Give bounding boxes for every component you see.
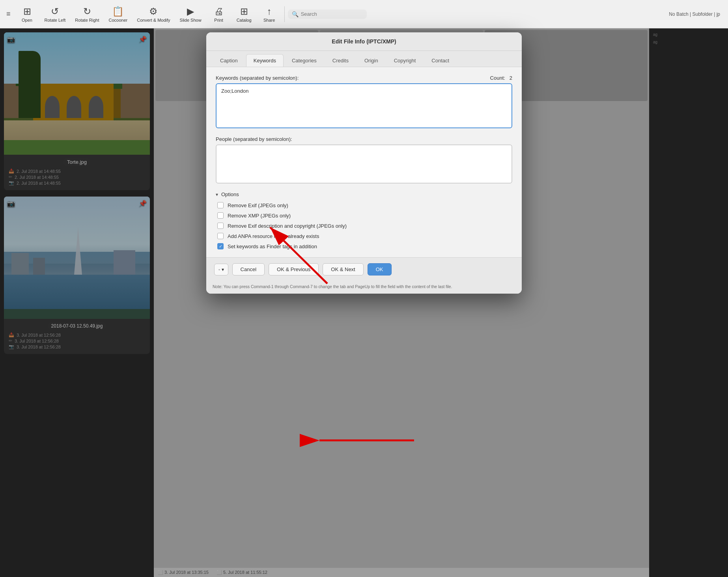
checkbox-remove-exif-desc[interactable] <box>217 223 224 229</box>
checkbox-remove-xmp[interactable] <box>217 212 224 219</box>
tab-contact[interactable]: Contact <box>424 54 457 67</box>
ok-next-button[interactable]: OK & Next <box>323 263 363 275</box>
people-field-group: People (separated by semicolon): <box>216 136 512 185</box>
toolbar-rotate-right[interactable]: ↻ Rotate Right <box>71 4 103 24</box>
count-value: 2 <box>510 75 512 81</box>
print-label: Print <box>214 18 223 22</box>
toolbar-print[interactable]: 🖨 Print <box>207 4 231 24</box>
option-finder-tags-label: Set keywords as Finder tags in addition <box>228 244 317 249</box>
options-chevron-icon: ▾ <box>216 192 218 197</box>
rotate-right-label: Rotate Right <box>75 18 99 22</box>
option-remove-exif-desc-label: Remove Exif description and copyright (J… <box>228 223 347 229</box>
checkbox-add-anpa[interactable] <box>217 233 224 239</box>
tab-keywords[interactable]: Keywords <box>246 54 284 67</box>
cocooner-label: Cocooner <box>109 18 128 22</box>
cancel-button[interactable]: Cancel <box>232 263 265 275</box>
rotate-left-label: Rotate Left <box>45 18 66 22</box>
main-content: 📷 📌 Torte.jpg 📥 2. Jul 2018 at 14:48:55 … <box>0 28 728 577</box>
modal-title: Edit File Info (IPTC/XMP) <box>332 38 396 45</box>
toolbar-rotate-left[interactable]: ↺ Rotate Left <box>41 4 70 24</box>
tab-credits[interactable]: Credits <box>325 54 356 67</box>
options-label: Options <box>221 191 239 197</box>
edit-file-info-modal: Edit File Info (IPTC/XMP) Caption Keywor… <box>206 32 522 294</box>
checkbox-finder-tags[interactable] <box>217 243 224 249</box>
rotate-left-icon: ↺ <box>51 6 59 17</box>
cocooner-icon: 📋 <box>112 6 124 17</box>
options-section: ▾ Options Remove Exif (JPEGs only) Remov… <box>216 191 512 249</box>
keywords-count: Count: 2 <box>490 75 512 81</box>
people-label: People (separated by semicolon): <box>216 136 292 142</box>
search-icon: 🔍 <box>292 11 299 17</box>
convert-label: Convert & Modify <box>137 18 170 22</box>
footer-note: Note: You can press Command-1 through Co… <box>213 284 452 289</box>
tab-categories[interactable]: Categories <box>284 54 324 67</box>
toolbar-divider <box>284 6 285 22</box>
toolbar-catalog[interactable]: ⊞ Catalog <box>232 4 256 24</box>
option-remove-xmp: Remove XMP (JPEGs only) <box>217 212 512 219</box>
toolbar-open[interactable]: ⊞ Open <box>15 4 39 24</box>
catalog-label: Catalog <box>237 18 252 22</box>
option-add-anpa-label: Add ANPA resource if one already exists <box>228 233 319 239</box>
catalog-icon: ⊞ <box>240 6 248 17</box>
toolbar-convert-modify[interactable]: ⚙ Convert & Modify <box>133 4 174 24</box>
keywords-header: Keywords (separated by semicolon): Count… <box>216 75 512 81</box>
tab-copyright[interactable]: Copyright <box>386 54 424 67</box>
tab-origin[interactable]: Origin <box>357 54 386 67</box>
keywords-label: Keywords (separated by semicolon): <box>216 75 299 81</box>
people-header: People (separated by semicolon): <box>216 136 512 142</box>
options-header[interactable]: ▾ Options <box>216 191 512 197</box>
option-remove-exif-label: Remove Exif (JPEGs only) <box>228 202 288 208</box>
print-icon: 🖨 <box>214 6 224 17</box>
slideshow-label: Slide Show <box>180 18 202 22</box>
keywords-field-group: Keywords (separated by semicolon): Count… <box>216 75 512 130</box>
modal-titlebar: Edit File Info (IPTC/XMP) <box>206 32 522 51</box>
option-remove-xmp-label: Remove XMP (JPEGs only) <box>228 213 291 219</box>
toolbar: ≡ ⊞ Open ↺ Rotate Left ↻ Rotate Right 📋 … <box>0 0 728 28</box>
checkbox-remove-exif[interactable] <box>217 202 224 208</box>
hamburger-menu[interactable]: ≡ <box>3 7 14 21</box>
search-box[interactable]: 🔍 <box>288 9 367 19</box>
people-textarea[interactable] <box>216 144 512 184</box>
share-label: Share <box>263 18 275 22</box>
batch-label: No Batch | Subfolder | jp <box>664 11 725 17</box>
option-remove-exif: Remove Exif (JPEGs only) <box>217 202 512 208</box>
count-label: Count: <box>490 75 505 81</box>
slideshow-icon: ▶ <box>187 6 194 17</box>
tab-caption[interactable]: Caption <box>213 54 245 67</box>
toolbar-share[interactable]: ↑ Share <box>258 4 281 24</box>
rotate-right-icon: ↻ <box>83 6 91 17</box>
option-finder-tags: Set keywords as Finder tags in addition <box>217 243 512 249</box>
option-add-anpa: Add ANPA resource if one already exists <box>217 233 512 239</box>
tab-bar: Caption Keywords Categories Credits Orig… <box>206 51 522 67</box>
keywords-textarea[interactable]: Zoo;London <box>216 83 512 128</box>
open-label: Open <box>22 18 32 22</box>
ok-button[interactable]: OK <box>368 263 392 275</box>
convert-icon: ⚙ <box>149 6 158 17</box>
options-list: Remove Exif (JPEGs only) Remove XMP (JPE… <box>216 202 512 249</box>
toolbar-cocooner[interactable]: 📋 Cocooner <box>105 4 132 24</box>
modal-overlay: Edit File Info (IPTC/XMP) Caption Keywor… <box>0 28 728 577</box>
share-icon: ↑ <box>267 6 272 17</box>
ok-previous-button[interactable]: OK & Previous <box>269 263 319 275</box>
modal-footer: ◦ ▾ Cancel OK & Previous OK & Next OK <box>206 257 522 281</box>
option-remove-exif-desc: Remove Exif description and copyright (J… <box>217 223 512 229</box>
search-input[interactable] <box>301 11 360 17</box>
toolbar-slide-show[interactable]: ▶ Slide Show <box>176 4 205 24</box>
icon-button[interactable]: ◦ ▾ <box>214 264 228 275</box>
toolbar-right: No Batch | Subfolder | jp <box>664 11 725 17</box>
open-icon: ⊞ <box>23 6 31 17</box>
modal-body: Keywords (separated by semicolon): Count… <box>206 67 522 257</box>
